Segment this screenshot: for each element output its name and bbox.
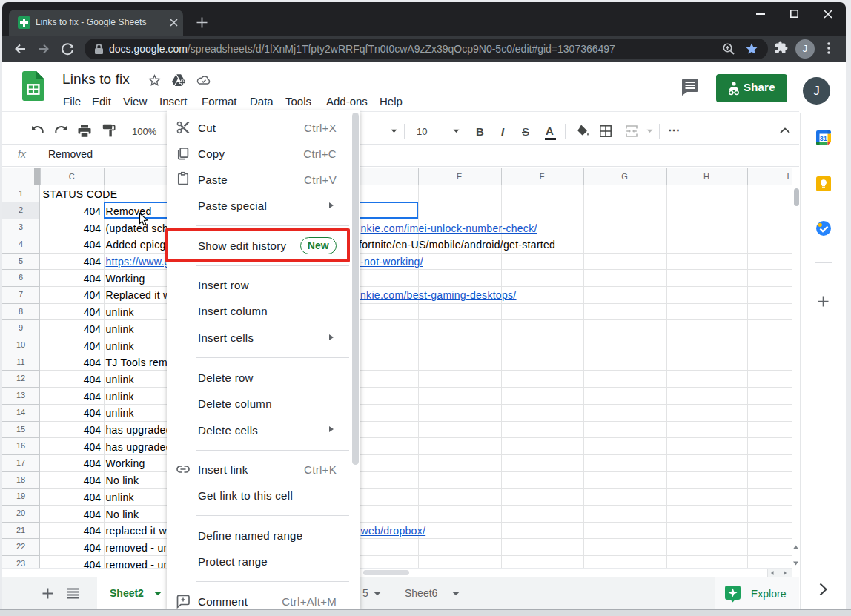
svg-text:31: 31 — [819, 134, 827, 142]
